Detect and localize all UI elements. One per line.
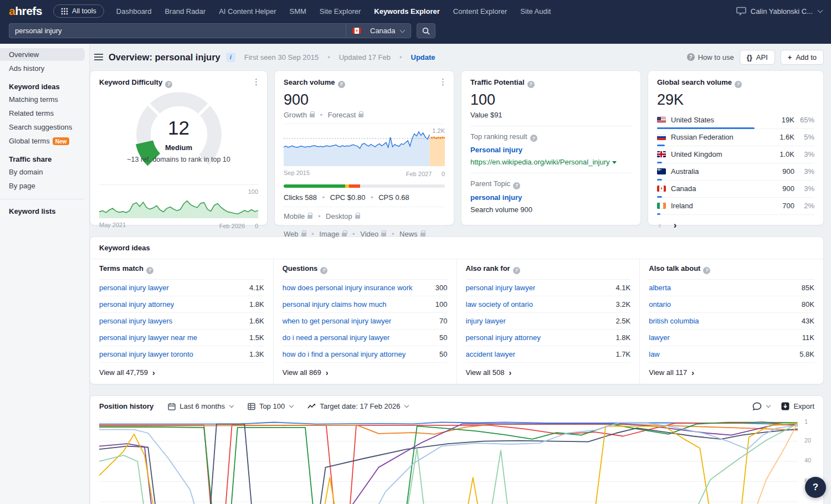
help-icon[interactable]: ? xyxy=(530,135,537,142)
keyword-link[interactable]: how does personal injury insurance work xyxy=(283,284,413,292)
keyword-link[interactable]: personal injury lawyer near me xyxy=(99,333,197,342)
table-icon xyxy=(248,403,255,410)
caret-down-icon[interactable] xyxy=(612,161,617,164)
keyword-row: do i need a personal injury lawyer50 xyxy=(283,330,448,346)
video-label[interactable]: Video xyxy=(360,230,378,238)
add-to-button[interactable]: +Add to xyxy=(781,50,824,65)
sidebar-item-global-terms[interactable]: Global termsNew xyxy=(0,135,85,147)
country-selector[interactable]: Canada xyxy=(346,23,411,38)
keyword-search-input[interactable] xyxy=(9,23,346,38)
top-navigation-bar: ahrefs All tools Dashboard Brand Radar A… xyxy=(0,0,831,44)
api-button[interactable]: {}API xyxy=(740,50,775,65)
sidebar-item-matching-terms[interactable]: Matching terms xyxy=(0,93,85,106)
view-all-also-rank-for[interactable]: View all 508› xyxy=(466,363,631,384)
kebab-menu-icon[interactable]: ⋮ xyxy=(252,78,260,86)
country-row[interactable]: Russian Federation1.6K5% xyxy=(657,129,814,146)
kd-axis-zero: 0 xyxy=(255,223,258,229)
updated-text: Updated 17 Feb xyxy=(339,53,391,61)
help-icon[interactable]: ? xyxy=(703,267,710,274)
next-page-arrow[interactable]: › xyxy=(674,220,677,230)
view-all-questions[interactable]: View all 869› xyxy=(283,363,448,384)
keyword-link[interactable]: personal injury lawyer xyxy=(99,284,169,292)
mobile-label[interactable]: Mobile xyxy=(284,212,305,220)
keyword-link[interactable]: ontario xyxy=(649,300,671,308)
kd-axis-right: Feb 2026 xyxy=(219,223,245,229)
keyword-link[interactable]: law society of ontario xyxy=(466,300,533,308)
keyword-link[interactable]: personal injury lawyer xyxy=(466,284,536,292)
top-result-title-link[interactable]: Personal injury xyxy=(470,146,522,154)
view-all-terms-match[interactable]: View all 47,759› xyxy=(99,363,264,384)
help-icon[interactable]: ? xyxy=(735,81,742,88)
help-icon[interactable]: ? xyxy=(513,267,520,274)
growth-label[interactable]: Growth xyxy=(284,111,307,119)
news-label[interactable]: News xyxy=(399,230,418,238)
collapse-sidebar-icon[interactable] xyxy=(94,54,103,60)
sidebar-item-by-page[interactable]: By page xyxy=(0,179,85,192)
help-icon[interactable]: ? xyxy=(165,81,172,88)
help-icon[interactable]: ? xyxy=(320,267,327,274)
country-row[interactable]: Ireland7002% xyxy=(657,198,814,215)
search-button[interactable] xyxy=(417,23,435,38)
speech-bubble-icon xyxy=(752,402,762,411)
nav-link-site-explorer[interactable]: Site Explorer xyxy=(320,7,361,16)
nav-link-brand-radar[interactable]: Brand Radar xyxy=(165,7,206,16)
sidebar-item-ads-history[interactable]: Ads history xyxy=(0,62,85,75)
help-fab-button[interactable]: ? xyxy=(805,477,826,498)
top-result-url-link[interactable]: https://en.wikipedia.org/wiki/Personal_i… xyxy=(470,158,609,166)
sidebar-item-by-domain[interactable]: By domain xyxy=(0,166,85,178)
help-icon[interactable]: ? xyxy=(527,81,535,88)
forecast-label[interactable]: Forecast xyxy=(328,111,356,119)
keyword-link[interactable]: personal injury lawyers xyxy=(99,317,172,325)
keyword-link[interactable]: do i need a personal injury lawyer xyxy=(283,333,390,342)
web-label[interactable]: Web xyxy=(284,230,299,238)
parent-topic-link[interactable]: personal injury xyxy=(470,193,522,202)
keyword-link[interactable]: lawyer xyxy=(649,333,670,342)
image-label[interactable]: Image xyxy=(319,230,339,238)
sidebar-item-overview[interactable]: Overview xyxy=(0,48,85,61)
keyword-link[interactable]: alberta xyxy=(649,284,671,292)
nav-link-keywords-explorer[interactable]: Keywords Explorer xyxy=(374,7,440,16)
nav-link-site-audit[interactable]: Site Audit xyxy=(520,7,551,16)
keyword-link[interactable]: injury lawyer xyxy=(466,317,506,325)
position-axis-label: 20 xyxy=(804,437,811,444)
keyword-link[interactable]: how do i find a personal injury attorney xyxy=(283,350,406,358)
country-row[interactable]: Australia9003% xyxy=(657,163,814,181)
nav-link-dashboard[interactable]: Dashboard xyxy=(116,7,152,16)
keyword-link[interactable]: british columbia xyxy=(649,317,699,325)
target-date-dropdown[interactable]: Target date: 17 Feb 2026 xyxy=(307,402,408,410)
info-badge[interactable]: i xyxy=(226,53,235,62)
country-row[interactable]: Canada9003% xyxy=(657,181,814,198)
help-icon[interactable]: ? xyxy=(513,182,520,189)
help-icon[interactable]: ? xyxy=(338,81,345,88)
top-filter-dropdown[interactable]: Top 100 xyxy=(248,402,293,410)
how-to-use-link[interactable]: ?How to use xyxy=(687,53,734,61)
ahrefs-logo[interactable]: ahrefs xyxy=(9,4,42,18)
keyword-link[interactable]: law xyxy=(649,350,660,358)
annotations-dropdown[interactable] xyxy=(752,402,770,411)
keyword-link[interactable]: personal injury claims how much xyxy=(283,300,387,308)
kebab-menu-icon[interactable]: ⋮ xyxy=(439,78,447,86)
keyword-link[interactable]: personal injury lawyer toronto xyxy=(99,350,193,358)
prev-page-arrow[interactable]: ‹ xyxy=(658,220,661,230)
user-menu[interactable]: Calin Yablonski C... xyxy=(736,7,822,16)
nav-link-ai-content-helper[interactable]: AI Content Helper xyxy=(219,7,276,16)
all-tools-button[interactable]: All tools xyxy=(53,4,104,18)
tp-card-title: Traffic Potential xyxy=(470,78,525,86)
country-row[interactable]: United States19K65% xyxy=(657,112,814,129)
keyword-link[interactable]: personal injury attorney xyxy=(466,333,541,342)
sidebar-item-search-suggestions[interactable]: Search suggestions xyxy=(0,121,85,133)
lock-icon xyxy=(301,233,306,236)
nav-link-smm[interactable]: SMM xyxy=(290,7,306,16)
date-range-dropdown[interactable]: Last 6 months xyxy=(168,402,233,410)
sidebar-item-related-terms[interactable]: Related terms xyxy=(0,107,85,120)
desktop-label[interactable]: Desktop xyxy=(326,212,352,220)
country-row[interactable]: United Kingdom1.0K3% xyxy=(657,146,814,163)
view-all-also-talk-about[interactable]: View all 117› xyxy=(649,363,814,384)
export-button[interactable]: Export xyxy=(781,402,814,410)
keyword-link[interactable]: when to get personal injury lawyer xyxy=(283,317,392,325)
keyword-link[interactable]: personal injury attorney xyxy=(99,300,174,308)
update-link[interactable]: Update xyxy=(411,53,435,61)
nav-link-content-explorer[interactable]: Content Explorer xyxy=(453,7,507,16)
help-icon[interactable]: ? xyxy=(146,267,153,274)
keyword-link[interactable]: accident lawyer xyxy=(466,350,516,358)
